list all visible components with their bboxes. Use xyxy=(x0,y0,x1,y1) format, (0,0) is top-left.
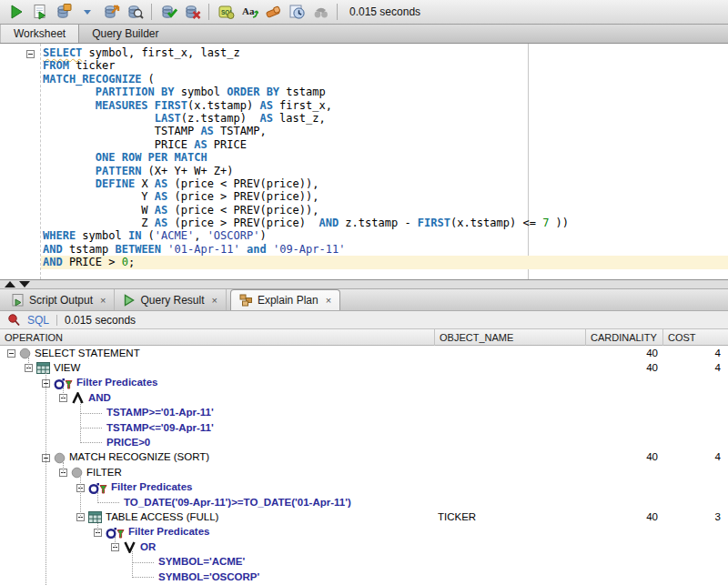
plan-row[interactable]: Filter Predicates xyxy=(0,376,728,390)
panel-splitter[interactable] xyxy=(0,279,728,289)
query-result-icon xyxy=(123,294,136,307)
column-header-operation[interactable]: OPERATION xyxy=(0,329,434,346)
plan-row[interactable]: SELECT STATEMENT404 xyxy=(0,346,728,360)
tree-connector xyxy=(80,402,81,443)
plan-elapsed-time: 0.015 seconds xyxy=(65,314,136,327)
tree-connector xyxy=(80,442,102,443)
unshared-worksheet-button[interactable]: SQL xyxy=(215,1,237,23)
toolbar-buttons: SQLAa xyxy=(5,1,342,23)
splitter-up-arrow-icon[interactable] xyxy=(5,281,15,287)
info-separator xyxy=(56,315,57,326)
clear-icon xyxy=(265,4,282,20)
tree-connector xyxy=(63,462,64,473)
change-case-icon: Aa xyxy=(241,4,258,20)
tab-label: Script Output xyxy=(29,294,93,307)
toolbar-separator xyxy=(151,4,152,20)
plan-row[interactable]: AND xyxy=(0,390,728,405)
tab-close-icon[interactable]: × xyxy=(212,295,217,306)
plan-row[interactable]: OR xyxy=(0,540,728,554)
change-case-button[interactable]: Aa xyxy=(238,1,260,23)
plan-row[interactable]: TABLE ACCESS (FULL)TICKER403 xyxy=(0,509,728,524)
table-icon xyxy=(88,511,102,523)
dropdown-button[interactable] xyxy=(76,1,98,23)
toolbar-separator xyxy=(208,4,209,20)
sql-tuning-button[interactable] xyxy=(124,1,146,23)
commit-button[interactable] xyxy=(157,1,179,23)
splitter-down-arrow-icon[interactable] xyxy=(19,281,30,287)
disabled-gray-icon xyxy=(312,4,329,20)
sql-tuning-icon xyxy=(126,4,144,20)
column-header-object-name[interactable]: OBJECT_NAME xyxy=(434,329,585,346)
column-header-cost[interactable]: COST xyxy=(662,329,728,346)
plan-row[interactable]: PRICE>0 xyxy=(0,435,728,449)
run-script-button[interactable] xyxy=(29,1,51,23)
plan-row[interactable]: FILTER xyxy=(0,465,728,479)
sql-developer-window: SQLAa 0.015 seconds WorksheetQuery Build… xyxy=(0,0,728,585)
plan-row[interactable]: TSTAMP<='09-Apr-11' xyxy=(0,420,728,435)
autotrace-button[interactable] xyxy=(53,1,75,23)
pin-icon[interactable] xyxy=(7,313,21,327)
plan-row[interactable]: Filter Predicates xyxy=(0,480,728,495)
tab-query-builder[interactable]: Query Builder xyxy=(79,25,171,43)
tree-connector xyxy=(80,428,102,429)
code-line: SELECT symbol, first_x, last_z xyxy=(41,46,728,59)
operation-label: FILTER xyxy=(86,467,122,478)
tab-close-icon[interactable]: × xyxy=(326,295,331,306)
commit-icon xyxy=(160,4,177,20)
clear-button[interactable] xyxy=(262,1,284,23)
tab-explain-plan[interactable]: Explain Plan× xyxy=(230,289,340,310)
disabled-gray-button[interactable] xyxy=(309,1,331,23)
result-tab-bar: Script Output×Query Result×Explain Plan× xyxy=(0,289,728,311)
column-header-cardinality[interactable]: CARDINALITY xyxy=(585,329,662,346)
tree-connector xyxy=(63,388,64,398)
sql-link[interactable]: SQL xyxy=(27,314,49,327)
operation-label: MATCH RECOGNIZE (SORT) xyxy=(69,451,209,462)
tree-connector xyxy=(132,577,154,578)
plan-row[interactable]: SYMBOL='OSCORP' xyxy=(0,570,728,584)
predicate-text: SYMBOL='OSCORP' xyxy=(158,571,259,582)
sql-history-button[interactable] xyxy=(286,1,308,23)
tree-connector xyxy=(80,413,102,414)
explain-plan-button[interactable] xyxy=(100,1,122,23)
plan-row[interactable]: TO_DATE('09-Apr-11')>=TO_DATE('01-Apr-11… xyxy=(0,495,728,509)
and-icon xyxy=(71,392,85,404)
tree-connector xyxy=(80,477,81,518)
expand-collapse-toggle[interactable] xyxy=(7,349,15,358)
cardinality-cell: 40 xyxy=(585,362,658,373)
plan-row[interactable]: TSTAMP>='01-Apr-11' xyxy=(0,406,728,420)
code-line: Y AS (price > PREV(price)), xyxy=(41,190,728,203)
or-icon xyxy=(123,541,136,553)
tree-connector xyxy=(115,537,116,548)
code-fold-toggle[interactable] xyxy=(26,50,35,58)
operation-label: VIEW xyxy=(54,362,80,373)
cardinality-cell: 40 xyxy=(585,511,658,522)
toolbar-elapsed-time: 0.015 seconds xyxy=(349,5,420,18)
operation-label: Filter Predicates xyxy=(128,526,209,537)
object-name-cell: TICKER xyxy=(438,511,476,522)
plan-row[interactable]: Filter Predicates xyxy=(0,525,728,540)
run-statement-icon xyxy=(8,4,25,20)
sql-editor[interactable]: SELECT symbol, first_x, last_zFROM ticke… xyxy=(0,44,728,279)
tab-label: Query Result xyxy=(140,294,204,307)
plan-row[interactable]: MATCH RECOGNIZE (SORT)404 xyxy=(0,450,728,465)
code-line: TSTAMP AS TSTAMP, xyxy=(41,125,728,137)
plan-row[interactable]: SYMBOL='ACME' xyxy=(0,555,728,570)
document-tab-bar: WorksheetQuery Builder xyxy=(0,25,728,44)
tree-connector xyxy=(97,521,98,532)
plan-row[interactable]: VIEW404 xyxy=(0,360,728,375)
operation-label: SELECT STATEMENT xyxy=(35,348,140,358)
tab-close-icon[interactable]: × xyxy=(100,295,106,306)
plan-column-headers: OPERATION OBJECT_NAME CARDINALITY COST xyxy=(0,329,728,346)
tab-script-output[interactable]: Script Output× xyxy=(4,289,115,310)
tab-worksheet[interactable]: Worksheet xyxy=(0,25,79,43)
sql-code[interactable]: SELECT symbol, first_x, last_zFROM ticke… xyxy=(41,46,728,269)
svg-text:Aa: Aa xyxy=(242,5,255,16)
rollback-button[interactable] xyxy=(181,1,203,23)
tree-connector xyxy=(132,551,133,578)
code-line: MATCH_RECOGNIZE ( xyxy=(41,73,728,86)
operation-label: Filter Predicates xyxy=(76,377,157,388)
code-line: LAST(z.tstamp) AS last_z, xyxy=(41,112,728,125)
tree-connector xyxy=(28,358,29,368)
run-statement-button[interactable] xyxy=(5,1,27,23)
tab-query-result[interactable]: Query Result× xyxy=(115,289,226,310)
